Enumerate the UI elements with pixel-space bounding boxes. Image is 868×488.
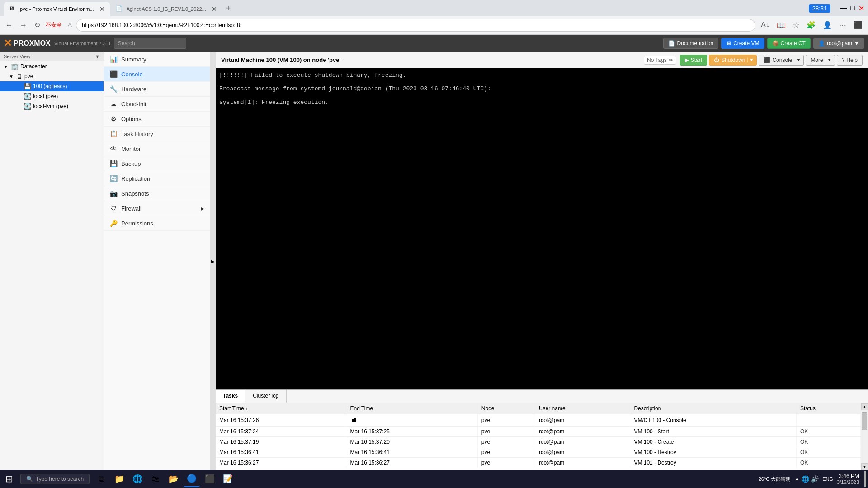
scroll-handle[interactable]	[862, 412, 867, 430]
create-vm-button[interactable]: 🖥 Create VM	[721, 38, 764, 49]
network-icon[interactable]: 🌐	[802, 475, 809, 483]
sidebar-item-pve[interactable]: ▼ 🖥 pve	[0, 71, 104, 81]
vm-menu-snapshots[interactable]: 📷 Snapshots	[104, 186, 210, 201]
create-ct-button[interactable]: 📦 Create CT	[767, 38, 811, 49]
taskbar-search[interactable]: 🔍 Type here to search	[20, 474, 90, 484]
minimize-button[interactable]: —	[840, 4, 847, 13]
task-table: Start Time ↓ End Time Node User name Des…	[216, 403, 861, 470]
tab-active[interactable]: 🖥 pve - Proxmox Virtual Environm... ✕	[4, 2, 110, 16]
console-line-4	[219, 92, 864, 99]
sidebar-item-datacenter[interactable]: ▼ 🏢 Datacenter	[0, 61, 104, 71]
table-row[interactable]: Mar 16 15:37:26 🖥 pve root@pam VM/CT 100…	[216, 414, 861, 427]
tab-close-1[interactable]: ✕	[99, 5, 105, 13]
taskbar-search-label: Type here to search	[36, 476, 84, 482]
cell-node-1: pve	[477, 427, 535, 437]
taskbar-icon-filemanager[interactable]: 📁	[111, 471, 127, 487]
col-status[interactable]: Status	[797, 403, 861, 414]
cell-desc-0: VM/CT 100 - Console	[630, 414, 797, 427]
maximize-button[interactable]: □	[850, 4, 855, 13]
table-row[interactable]: Mar 16 15:37:24 Mar 16 15:37:25 pve root…	[216, 427, 861, 437]
windows-taskbar: ⊞ 🔍 Type here to search ⧉ 📁 🌐 🛍 📂 🔵 ⬛ 📝 …	[0, 470, 868, 488]
documentation-button[interactable]: 📄 Documentation	[663, 38, 718, 49]
vm-menu-backup[interactable]: 💾 Backup	[104, 156, 210, 171]
tab-cluster-log[interactable]: Cluster log	[245, 390, 286, 403]
main-area: Server View ▼ ▼ 🏢 Datacenter ▼ 🖥 pve 💾 1…	[0, 52, 868, 470]
more-dropdown-icon[interactable]: ▼	[825, 57, 832, 62]
vm-menu-summary[interactable]: 📊 Summary	[104, 52, 210, 67]
shutdown-dropdown-icon[interactable]: ▼	[747, 57, 754, 62]
close-button[interactable]: ✕	[859, 4, 864, 13]
settings-icon[interactable]: ⋯	[837, 19, 848, 31]
start-button[interactable]: ▶ Start	[680, 55, 707, 66]
refresh-button[interactable]: ↻	[33, 19, 42, 31]
taskbar-icon-edge[interactable]: 🔵	[184, 471, 200, 487]
taskbar-icon-word[interactable]: 📝	[220, 471, 236, 487]
help-button[interactable]: ? Help	[837, 55, 863, 66]
volume-icon[interactable]: 🔊	[811, 475, 819, 483]
tab-close-2[interactable]: ✕	[212, 5, 217, 13]
system-clock[interactable]: 3:46 PM 3/16/2023	[837, 473, 859, 485]
header-search-input[interactable]	[114, 38, 186, 49]
back-button[interactable]: ←	[4, 19, 14, 31]
col-end-time[interactable]: End Time	[346, 403, 477, 414]
sidebar-item-local-lvm[interactable]: 💽 local-lvm (pve)	[0, 101, 104, 111]
taskbar-icon-terminal[interactable]: ⬛	[202, 471, 218, 487]
col-username[interactable]: User name	[535, 403, 630, 414]
no-tags-button[interactable]: No Tags ✏	[644, 56, 676, 65]
cell-user-4: root@pam	[535, 458, 630, 468]
taskbar-icon-store[interactable]: 🛍	[147, 471, 164, 487]
cell-user-3: root@pam	[535, 447, 630, 458]
vm-title: Virtual Machine 100 (VM 100) on node 'pv…	[221, 56, 640, 63]
taskbar-icon-explorer[interactable]: 📂	[165, 471, 182, 487]
extension-icon[interactable]: 🧩	[805, 19, 817, 31]
console-dropdown-icon[interactable]: ▼	[794, 57, 801, 62]
vm-menu-permissions[interactable]: 🔑 Permissions	[104, 216, 210, 231]
console-terminal[interactable]: [!!!!!!] Failed to execute shutdown bina…	[216, 68, 868, 389]
reader-icon[interactable]: 📖	[775, 19, 788, 31]
vm-menu-taskhistory[interactable]: 📋 Task History	[104, 127, 210, 141]
firewall-icon: 🛡	[109, 205, 118, 212]
vm-menu-monitor[interactable]: 👁 Monitor	[104, 141, 210, 156]
show-desktop-button[interactable]	[864, 471, 866, 487]
tray-up-icon[interactable]: ▲	[794, 475, 800, 483]
vm-menu-firewall[interactable]: 🛡 Firewall ▶	[104, 201, 210, 216]
shutdown-button[interactable]: ⏻ Shutdown ▼	[709, 55, 757, 66]
user-menu-button[interactable]: 👤 root@pam ▼	[813, 38, 864, 49]
cell-desc-4: VM 101 - Destroy	[630, 458, 797, 468]
col-description[interactable]: Description	[630, 403, 797, 414]
taskbar-icon-taskview[interactable]: ⧉	[93, 471, 109, 487]
forward-button[interactable]: →	[18, 19, 29, 31]
sidebar-item-vm100[interactable]: 💾 100 (agileacs)	[0, 81, 104, 91]
start-menu-button[interactable]: ⊞	[2, 472, 17, 486]
taskbar-icon-browser[interactable]: 🌐	[129, 471, 146, 487]
sidebar-icon[interactable]: ⬛	[852, 19, 864, 31]
console-button[interactable]: ⬛ Console ▼	[759, 55, 804, 66]
sidebar-toggle[interactable]: ▶	[210, 52, 216, 470]
scroll-down-button[interactable]: ▼	[861, 463, 868, 470]
task-scrollbar[interactable]: ▲ ▼	[861, 403, 868, 470]
profile-icon[interactable]: 👤	[821, 19, 834, 31]
table-row[interactable]: Mar 16 15:37:19 Mar 16 15:37:20 pve root…	[216, 437, 861, 447]
translate-icon[interactable]: A↓	[759, 19, 771, 31]
sidebar-item-local-pve[interactable]: 💽 local (pve)	[0, 91, 104, 101]
table-row[interactable]: Mar 16 15:36:41 Mar 16 15:36:41 pve root…	[216, 447, 861, 458]
tab-tasks[interactable]: Tasks	[216, 390, 245, 403]
sidebar-collapse-icon[interactable]: ▼	[95, 54, 100, 59]
vm-menu-hardware[interactable]: 🔧 Hardware	[104, 82, 210, 97]
address-input[interactable]	[76, 19, 755, 32]
edit-icon: ✏	[669, 57, 673, 63]
vm-menu-cloudinit[interactable]: ☁ Cloud-Init	[104, 97, 210, 112]
vm-menu-options[interactable]: ⚙ Options	[104, 112, 210, 127]
tab-inactive[interactable]: 📄 Aginet ACS 1.0_IG_REV1.0_2022... ✕	[110, 2, 222, 16]
keyboard-lang: ENG	[822, 476, 833, 482]
vm-menu-replication[interactable]: 🔄 Replication	[104, 171, 210, 186]
more-button[interactable]: More ▼	[806, 55, 835, 66]
col-start-time[interactable]: Start Time ↓	[216, 403, 346, 414]
bookmark-icon[interactable]: ☆	[791, 19, 801, 31]
table-row[interactable]: Mar 16 15:36:27 Mar 16 15:36:27 pve root…	[216, 458, 861, 468]
vm-menu-console[interactable]: ⬛ Console	[104, 67, 210, 82]
scroll-up-button[interactable]: ▲	[861, 403, 868, 410]
new-tab-button[interactable]: +	[222, 2, 235, 15]
browser-chrome: 🖥 pve - Proxmox Virtual Environm... ✕ 📄 …	[0, 0, 868, 35]
col-node[interactable]: Node	[477, 403, 535, 414]
